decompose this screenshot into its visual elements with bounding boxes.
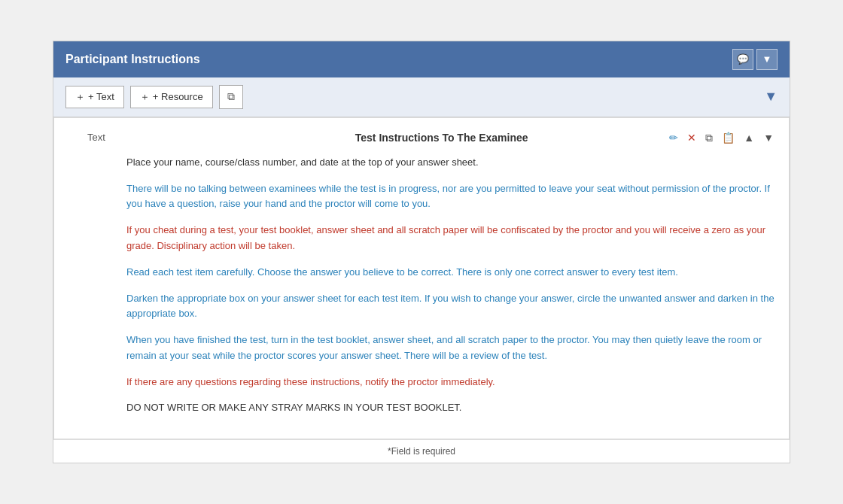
copy-item-button[interactable]: ⧉: [702, 130, 716, 146]
paragraph-3: If you cheat during a test, your test bo…: [126, 223, 777, 254]
comment-icon: 💬: [737, 53, 749, 65]
paragraph-4: Read each test item carefully. Choose th…: [126, 265, 777, 281]
toolbar: ＋ + Text ＋ + Resource ⧉ ▼: [53, 77, 790, 117]
panel-header: Participant Instructions 💬 ▼: [53, 41, 790, 77]
comment-button[interactable]: 💬: [732, 49, 753, 70]
panel-collapse-button[interactable]: ▼: [756, 49, 778, 70]
copy-item-button-2[interactable]: 📋: [719, 130, 738, 145]
plus-icon: ＋: [75, 90, 85, 104]
add-text-label: + Text: [88, 91, 114, 102]
add-resource-label: + Resource: [153, 91, 203, 102]
content-area: Text Test Instructions To The Examinee ✏…: [53, 117, 790, 440]
edit-icon: ✏: [669, 132, 678, 144]
panel-title: Participant Instructions: [65, 53, 200, 66]
toolbar-copy-button[interactable]: ⧉: [219, 85, 243, 109]
edit-button[interactable]: ✏: [666, 130, 681, 145]
arrow-up-icon: ▲: [744, 132, 754, 144]
move-up-button[interactable]: ▲: [741, 130, 757, 145]
copy-icon: ⧉: [227, 90, 235, 103]
toolbar-left: ＋ + Text ＋ + Resource ⧉: [65, 85, 243, 109]
chevron-down-icon: ▼: [762, 53, 772, 65]
delete-icon: ✕: [687, 132, 696, 144]
instruction-title: Test Instructions To The Examinee: [217, 132, 666, 144]
instruction-body: Place your name, course/class number, an…: [126, 155, 777, 427]
instruction-title-row: Test Instructions To The Examinee ✏ ✕ ⧉ …: [126, 130, 777, 146]
plus-icon-2: ＋: [140, 90, 150, 104]
collapse-icon: ▼: [764, 89, 778, 104]
main-container: Participant Instructions 💬 ▼ ＋ + Text ＋ …: [53, 41, 790, 464]
move-down-button[interactable]: ▼: [760, 130, 777, 145]
paragraph-8: DO NOT WRITE OR MAKE ANY STRAY MARKS IN …: [126, 400, 777, 416]
instruction-actions: ✏ ✕ ⧉ 📋 ▲: [666, 130, 777, 146]
instruction-type-label: Text: [66, 130, 126, 143]
toolbar-collapse-button[interactable]: ▼: [764, 89, 778, 105]
clipboard-icon: 📋: [722, 132, 735, 144]
required-field-note: *Field is required: [53, 440, 790, 463]
delete-button[interactable]: ✕: [684, 130, 699, 145]
panel-header-icons: 💬 ▼: [732, 49, 778, 70]
add-resource-button[interactable]: ＋ + Resource: [130, 86, 213, 108]
arrow-down-icon: ▼: [763, 132, 774, 144]
paragraph-1: Place your name, course/class number, an…: [126, 155, 777, 171]
add-text-button[interactable]: ＋ + Text: [65, 86, 124, 108]
paragraph-2: There will be no talking between examine…: [126, 181, 777, 213]
paragraph-5: Darken the appropriate box on your answe…: [126, 291, 777, 323]
paragraph-6: When you have finished the test, turn in…: [126, 332, 777, 364]
copy-pages-icon: ⧉: [705, 132, 713, 144]
instruction-row: Text Test Instructions To The Examinee ✏…: [66, 130, 777, 427]
instruction-main: Test Instructions To The Examinee ✏ ✕ ⧉ …: [126, 130, 777, 427]
paragraph-7: If there are any questions regarding the…: [126, 375, 777, 390]
